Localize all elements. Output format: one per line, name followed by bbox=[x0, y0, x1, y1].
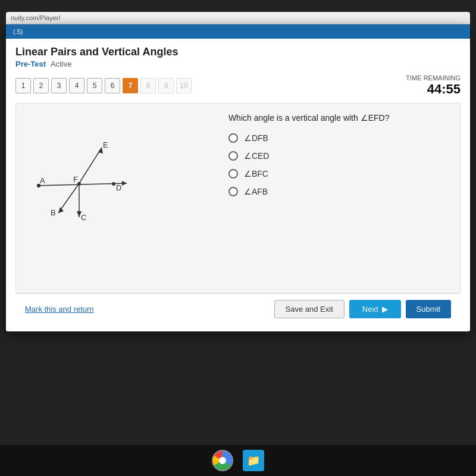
quiz-content: F A D E B C bbox=[15, 103, 461, 293]
svg-text:B: B bbox=[51, 208, 56, 217]
q-num-2[interactable]: 2 bbox=[33, 78, 49, 93]
content-area: Linear Pairs and Vertical Angles Pre-Tes… bbox=[6, 39, 470, 331]
time-remaining-container: TIME REMAINING 44:55 bbox=[406, 74, 461, 97]
bottom-buttons: Save and Exit Next ▶ Submit bbox=[274, 300, 451, 318]
svg-point-15 bbox=[77, 182, 81, 186]
radio-4[interactable] bbox=[228, 187, 238, 196]
time-remaining-label: TIME REMAINING bbox=[406, 74, 461, 82]
geometry-diagram: F A D E B C bbox=[26, 113, 145, 244]
pre-test-label: Pre-Test bbox=[15, 60, 46, 68]
option-3[interactable]: ∠BFC bbox=[228, 169, 450, 178]
svg-text:A: A bbox=[40, 176, 45, 185]
q-num-7[interactable]: 7 bbox=[123, 78, 138, 93]
q-num-6[interactable]: 6 bbox=[105, 78, 120, 93]
bottom-bar: Mark this and return Save and Exit Next … bbox=[15, 293, 461, 324]
svg-text:F: F bbox=[73, 175, 78, 184]
radio-3[interactable] bbox=[228, 169, 238, 178]
active-label: Active bbox=[51, 60, 71, 68]
q-num-10[interactable]: 10 bbox=[176, 78, 192, 93]
option-2[interactable]: ∠CED bbox=[228, 151, 450, 161]
option-4[interactable]: ∠AFB bbox=[228, 187, 450, 196]
mark-return-link[interactable]: Mark this and return bbox=[25, 305, 94, 314]
time-remaining-value: 44:55 bbox=[406, 82, 461, 97]
subtitle-row: Pre-Test Active bbox=[15, 60, 461, 68]
svg-text:E: E bbox=[103, 140, 108, 149]
radio-2[interactable] bbox=[228, 151, 238, 161]
next-arrow-icon: ▶ bbox=[382, 305, 388, 314]
chrome-icon[interactable] bbox=[212, 450, 233, 471]
question-text: Which angle is a vertical angle with ∠EF… bbox=[228, 113, 450, 123]
q-num-9[interactable]: 9 bbox=[158, 78, 174, 93]
page-title: Linear Pairs and Vertical Angles bbox=[15, 46, 461, 58]
radio-1[interactable] bbox=[228, 133, 238, 143]
question-area: Which angle is a vertical angle with ∠EF… bbox=[223, 113, 450, 283]
taskbar: 📁 bbox=[0, 445, 476, 476]
save-exit-button[interactable]: Save and Exit bbox=[274, 300, 345, 318]
q-num-5[interactable]: 5 bbox=[87, 78, 102, 93]
submit-button[interactable]: Submit bbox=[406, 300, 451, 318]
top-bar: (.5) bbox=[6, 24, 470, 39]
folder-icon[interactable]: 📁 bbox=[243, 450, 264, 471]
chrome-center bbox=[219, 457, 226, 464]
browser-bar: nuity.com/Player/ bbox=[6, 12, 470, 24]
diagram-area: F A D E B C bbox=[26, 113, 211, 283]
svg-point-17 bbox=[112, 182, 115, 186]
browser-url: nuity.com/Player/ bbox=[11, 14, 61, 21]
nav-row: 1 2 3 4 5 6 7 8 9 10 TIME REMAINING 44:5… bbox=[15, 74, 461, 97]
question-numbers: 1 2 3 4 5 6 7 8 9 10 bbox=[15, 78, 192, 93]
q-num-4[interactable]: 4 bbox=[69, 78, 84, 93]
option-1-label: ∠DFB bbox=[244, 133, 268, 143]
main-window: (.5) Linear Pairs and Vertical Angles Pr… bbox=[6, 24, 470, 331]
q-num-8[interactable]: 8 bbox=[140, 78, 156, 93]
svg-text:D: D bbox=[116, 183, 121, 192]
option-3-label: ∠BFC bbox=[244, 169, 268, 178]
svg-marker-1 bbox=[122, 181, 127, 186]
q-num-3[interactable]: 3 bbox=[51, 78, 67, 93]
option-2-label: ∠CED bbox=[244, 151, 270, 161]
svg-line-3 bbox=[79, 148, 102, 183]
badge-label: (.5) bbox=[13, 28, 23, 35]
svg-line-5 bbox=[58, 183, 79, 213]
next-button[interactable]: Next ▶ bbox=[349, 300, 401, 318]
svg-point-16 bbox=[37, 184, 40, 187]
svg-marker-6 bbox=[58, 207, 64, 213]
svg-text:C: C bbox=[81, 213, 86, 222]
q-num-1[interactable]: 1 bbox=[15, 78, 31, 93]
answer-options: ∠DFB ∠CED ∠BFC ∠AFB bbox=[228, 133, 450, 196]
option-4-label: ∠AFB bbox=[244, 187, 268, 196]
option-1[interactable]: ∠DFB bbox=[228, 133, 450, 143]
